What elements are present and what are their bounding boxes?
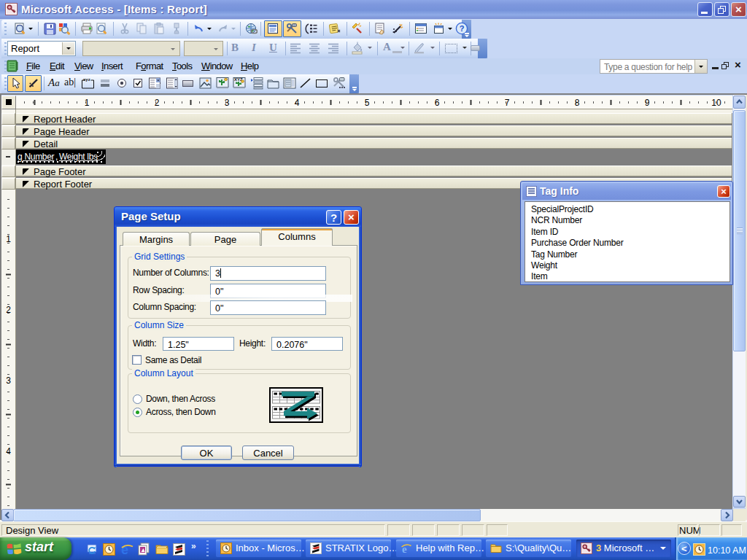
svg-text:e: e [121,542,128,556]
